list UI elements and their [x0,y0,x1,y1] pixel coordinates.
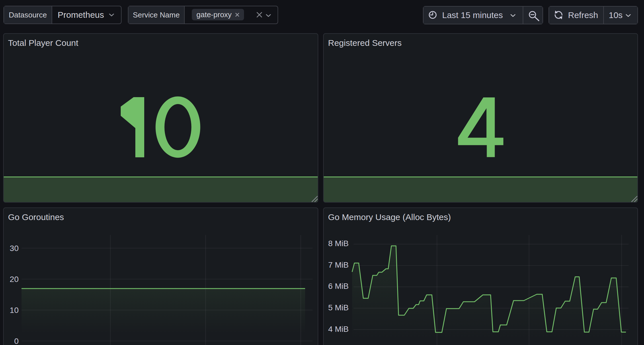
svg-text:6 MiB: 6 MiB [328,282,349,291]
svg-text:30: 30 [10,244,19,253]
svg-text:20: 20 [10,275,19,284]
svg-text:10: 10 [10,306,19,315]
svg-text:5 MiB: 5 MiB [328,303,349,312]
svg-text:7 MiB: 7 MiB [328,260,349,269]
svg-text:4 MiB: 4 MiB [328,325,349,334]
svg-text:0: 0 [14,337,19,345]
svg-text:8 MiB: 8 MiB [328,239,349,248]
